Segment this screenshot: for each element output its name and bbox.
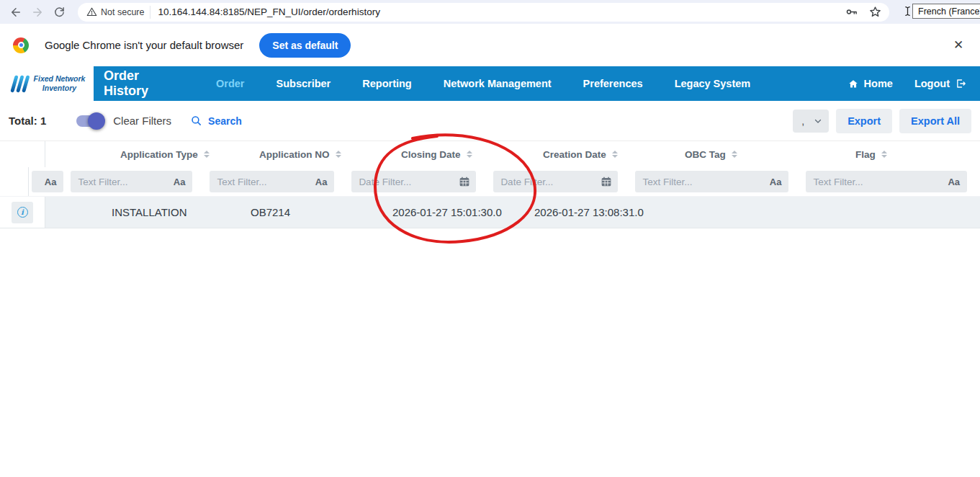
language-tooltip: French (France) <box>912 4 980 19</box>
info-icon: i <box>17 207 28 218</box>
chevron-down-icon <box>813 116 823 126</box>
header-cell-application-no[interactable]: Application NO <box>245 141 387 167</box>
export-all-button[interactable]: Export All <box>899 109 971 133</box>
chrome-logo-icon <box>13 37 29 53</box>
default-browser-banner: Google Chrome isn't your default browser… <box>0 24 980 66</box>
banner-message: Google Chrome isn't your default browser <box>45 39 243 51</box>
case-sensitivity-toggle[interactable]: Aa <box>948 177 967 187</box>
search-button[interactable]: Search <box>190 115 242 127</box>
filter-input-closing-date[interactable] <box>351 177 459 187</box>
not-secure-badge[interactable]: Not secure <box>85 6 150 19</box>
cell-spacer <box>45 197 106 228</box>
nav-item-order[interactable]: Order <box>216 78 245 89</box>
cell-application-type: INSTALLATION <box>106 197 245 228</box>
close-banner-icon[interactable]: ✕ <box>950 36 967 53</box>
filter-closing-date <box>351 171 476 192</box>
app-header: Fixed NetworkInventory Order History Ord… <box>0 66 980 101</box>
cell-application-no: OB7214 <box>245 197 387 228</box>
filter-input-flag[interactable] <box>806 177 948 187</box>
table-filter-row: Aa Aa Aa <box>0 167 980 196</box>
filter-flag: Aa <box>806 171 967 192</box>
filter-creation-date <box>493 171 618 192</box>
main-nav: Order Subscriber Reporting Network Manag… <box>216 66 750 101</box>
address-bar[interactable]: Not secure 10.164.144.84:8185/NEP_FN_UI/… <box>78 3 889 22</box>
search-icon <box>190 115 202 127</box>
password-key-icon[interactable] <box>845 5 858 19</box>
cell-creation-date: 2026-01-27 13:08:31.0 <box>529 197 670 228</box>
reload-icon[interactable] <box>50 4 68 21</box>
filters-toggle[interactable] <box>76 115 103 127</box>
warning-icon <box>86 6 97 17</box>
nav-item-legacy-system[interactable]: Legacy System <box>675 78 751 89</box>
filter-input-creation-date[interactable] <box>493 177 601 187</box>
row-info-button[interactable]: i <box>12 202 33 223</box>
app-logo[interactable]: Fixed NetworkInventory <box>0 66 94 101</box>
page-title: Order History <box>104 68 176 99</box>
nav-item-preferences[interactable]: Preferences <box>583 78 643 89</box>
sort-icon[interactable] <box>467 151 472 158</box>
calendar-icon[interactable] <box>459 177 476 187</box>
order-history-table: Application Type Application NO Closing … <box>0 141 980 228</box>
sort-icon[interactable] <box>732 151 737 158</box>
filter-input-application-no[interactable] <box>210 177 315 187</box>
not-secure-label: Not secure <box>101 7 144 17</box>
logo-text: Fixed NetworkInventory <box>34 74 86 93</box>
filter-obc-tag: Aa <box>635 171 788 192</box>
nav-item-subscriber[interactable]: Subscriber <box>277 78 331 89</box>
browser-toolbar: Not secure 10.164.144.84:8185/NEP_FN_UI/… <box>0 0 980 24</box>
cell-closing-date: 2026-01-27 15:01:30.0 <box>387 197 529 228</box>
logout-icon <box>955 78 967 89</box>
case-sensitivity-toggle[interactable]: Aa <box>45 177 64 187</box>
results-toolbar: Total: 1 Clear Filters Search , Export E… <box>0 101 980 141</box>
filter-input-obc-tag[interactable] <box>635 177 769 187</box>
header-cell-obc-tag[interactable]: OBC Tag <box>670 141 841 167</box>
row-filter-mini[interactable]: Aa <box>32 171 64 192</box>
delimiter-value: , <box>801 115 804 127</box>
header-cell-spacer <box>45 141 106 167</box>
sort-icon[interactable] <box>612 151 618 158</box>
sort-icon[interactable] <box>881 151 887 158</box>
calendar-icon[interactable] <box>601 177 618 187</box>
filter-input-application-type[interactable] <box>71 177 173 187</box>
case-sensitivity-toggle[interactable]: Aa <box>315 177 335 187</box>
clear-filters-button[interactable]: Clear Filters <box>113 115 171 127</box>
cell-flag <box>841 197 980 228</box>
sort-icon[interactable] <box>204 151 210 158</box>
cell-obc-tag <box>670 197 841 228</box>
filter-application-type: Aa <box>71 171 192 192</box>
filter-cell-actions <box>0 167 29 196</box>
case-sensitivity-toggle[interactable]: Aa <box>770 177 789 187</box>
back-icon[interactable] <box>7 4 24 21</box>
table-header-row: Application Type Application NO Closing … <box>0 141 980 167</box>
fni-logo-icon <box>9 73 30 94</box>
header-cell-flag[interactable]: Flag <box>841 141 980 167</box>
header-cell-creation-date[interactable]: Creation Date <box>529 141 670 167</box>
logout-button[interactable]: Logout <box>914 78 967 89</box>
forward-icon[interactable] <box>29 4 46 21</box>
total-count: Total: 1 <box>9 115 46 127</box>
header-cell-actions <box>0 141 45 167</box>
table-row[interactable]: i INSTALLATION OB7214 2026-01-27 15:01:3… <box>0 196 980 228</box>
bookmark-star-icon[interactable] <box>868 5 882 19</box>
set-as-default-button[interactable]: Set as default <box>259 33 351 58</box>
nav-item-reporting[interactable]: Reporting <box>362 78 411 89</box>
sort-icon[interactable] <box>336 151 341 158</box>
url-text[interactable]: 10.164.144.84:8185/NEP_FN_UI/order/order… <box>158 6 839 17</box>
delimiter-select[interactable]: , <box>793 110 829 133</box>
header-cell-application-type[interactable]: Application Type <box>106 141 245 167</box>
filter-application-no: Aa <box>210 171 334 192</box>
text-cursor-icon <box>904 6 911 19</box>
home-button[interactable]: Home <box>848 78 893 89</box>
header-cell-closing-date[interactable]: Closing Date <box>387 141 529 167</box>
nav-item-network-management[interactable]: Network Management <box>444 78 552 89</box>
export-button[interactable]: Export <box>836 109 892 133</box>
home-icon <box>848 79 859 89</box>
case-sensitivity-toggle[interactable]: Aa <box>174 177 193 187</box>
